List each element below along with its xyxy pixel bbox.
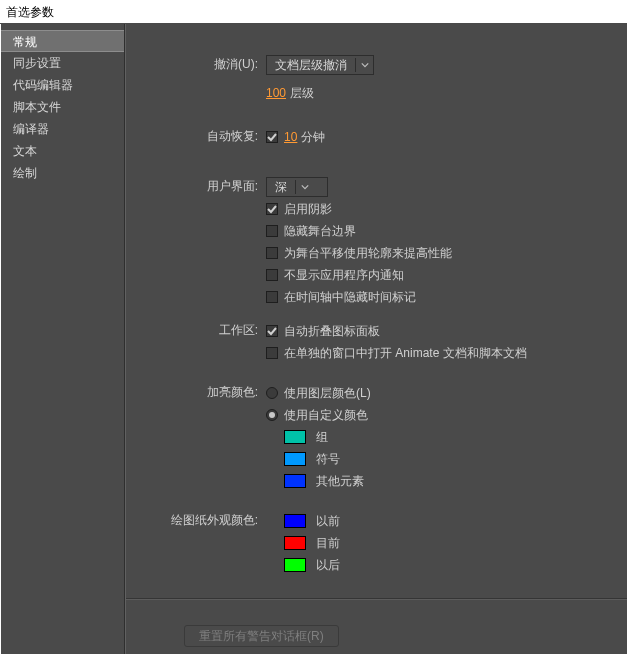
chevron-down-icon <box>355 58 369 72</box>
row-workspace: 工作区: 自动折叠图标面板 在单独的窗口中打开 Animate 文档和脚本文档 <box>136 320 617 364</box>
swatch-label: 组 <box>316 429 328 446</box>
ui-checkbox-hide-inapp-notif[interactable] <box>266 269 278 281</box>
sidebar: 常规 同步设置 代码编辑器 脚本文件 编译器 文本 绘制 <box>1 24 125 654</box>
ui-checkbox-hide-time-markers[interactable] <box>266 291 278 303</box>
sidebar-item-code-editor[interactable]: 代码编辑器 <box>1 74 124 96</box>
highlight-swatch-group[interactable] <box>284 430 306 444</box>
reset-warnings-button: 重置所有警告对话框(R) <box>184 625 339 647</box>
undo-label: 撤消(U): <box>136 54 266 74</box>
row-autorecover: 自动恢复: 10 分钟 <box>136 126 617 148</box>
sidebar-item-label: 编译器 <box>13 122 49 136</box>
window-body: 常规 同步设置 代码编辑器 脚本文件 编译器 文本 绘制 撤消(U): 文档层级… <box>1 24 627 654</box>
highlight-radio-custom[interactable] <box>266 409 278 421</box>
sidebar-item-label: 代码编辑器 <box>13 78 73 92</box>
sidebar-item-label: 文本 <box>13 144 37 158</box>
undo-dropdown-value: 文档层级撤消 <box>275 57 347 74</box>
sidebar-item-sync[interactable]: 同步设置 <box>1 52 124 74</box>
sidebar-item-drawing[interactable]: 绘制 <box>1 162 124 184</box>
ui-theme-dropdown[interactable]: 深 <box>266 177 328 197</box>
sidebar-item-label: 同步设置 <box>13 56 61 70</box>
row-highlight: 加亮颜色: 使用图层颜色(L) 使用自定义颜色 组 <box>136 382 617 492</box>
highlight-radio-layer[interactable] <box>266 387 278 399</box>
ui-checkbox-label: 不显示应用程序内通知 <box>284 267 404 284</box>
reset-warnings-label: 重置所有警告对话框(R) <box>199 629 324 643</box>
preferences-window: 首选参数 常规 同步设置 代码编辑器 脚本文件 编译器 文本 绘制 撤消(U):… <box>0 0 627 654</box>
sidebar-item-general[interactable]: 常规 <box>1 30 124 52</box>
onion-swatch-before[interactable] <box>284 514 306 528</box>
ui-checkbox-label: 在时间轴中隐藏时间标记 <box>284 289 416 306</box>
window-titlebar: 首选参数 <box>0 0 627 24</box>
chevron-down-icon <box>295 180 309 194</box>
undo-levels-unit: 层级 <box>290 85 314 102</box>
autorecover-label: 自动恢复: <box>136 126 266 146</box>
autorecover-value-input[interactable]: 10 <box>284 130 297 144</box>
sidebar-item-label: 绘制 <box>13 166 37 180</box>
highlight-swatch-symbol[interactable] <box>284 452 306 466</box>
sidebar-item-label: 脚本文件 <box>13 100 61 114</box>
ui-checkbox-label: 隐藏舞台边界 <box>284 223 356 240</box>
workspace-checkbox-autocollapse[interactable] <box>266 325 278 337</box>
workspace-checkbox-label: 在单独的窗口中打开 Animate 文档和脚本文档 <box>284 345 527 362</box>
sidebar-item-script-files[interactable]: 脚本文件 <box>1 96 124 118</box>
onion-swatch-after[interactable] <box>284 558 306 572</box>
swatch-label: 以前 <box>316 513 340 530</box>
ui-checkbox-hide-stage-border[interactable] <box>266 225 278 237</box>
ui-checkbox-pan-outline[interactable] <box>266 247 278 259</box>
swatch-label: 其他元素 <box>316 473 364 490</box>
ui-checkbox-label: 启用阴影 <box>284 201 332 218</box>
autorecover-checkbox[interactable] <box>266 131 278 143</box>
autorecover-unit: 分钟 <box>301 129 325 146</box>
highlight-radio-label: 使用图层颜色(L) <box>284 385 371 402</box>
workspace-label: 工作区: <box>136 320 266 340</box>
sidebar-item-text[interactable]: 文本 <box>1 140 124 162</box>
row-onion: 绘图纸外观颜色: 以前 目前 以后 <box>136 510 617 576</box>
row-undo: 撤消(U): 文档层级撤消 100 层级 <box>136 54 617 104</box>
sidebar-item-label: 常规 <box>13 35 37 49</box>
workspace-checkbox-label: 自动折叠图标面板 <box>284 323 380 340</box>
workspace-checkbox-separate-window[interactable] <box>266 347 278 359</box>
row-ui: 用户界面: 深 启用阴影 <box>136 176 617 308</box>
highlight-radio-label: 使用自定义颜色 <box>284 407 368 424</box>
sidebar-item-compiler[interactable]: 编译器 <box>1 118 124 140</box>
highlight-label: 加亮颜色: <box>136 382 266 402</box>
onion-label: 绘图纸外观颜色: <box>136 510 266 530</box>
window-title: 首选参数 <box>6 5 54 19</box>
undo-dropdown[interactable]: 文档层级撤消 <box>266 55 374 75</box>
section-separator <box>126 599 627 600</box>
ui-checkbox-shadow[interactable] <box>266 203 278 215</box>
ui-checkbox-label: 为舞台平移使用轮廓来提高性能 <box>284 245 452 262</box>
undo-levels-input[interactable]: 100 <box>266 86 286 100</box>
ui-theme-value: 深 <box>275 179 287 196</box>
main-panel: 撤消(U): 文档层级撤消 100 层级 <box>125 24 627 654</box>
onion-swatch-current[interactable] <box>284 536 306 550</box>
swatch-label: 目前 <box>316 535 340 552</box>
swatch-label: 以后 <box>316 557 340 574</box>
highlight-swatch-other[interactable] <box>284 474 306 488</box>
swatch-label: 符号 <box>316 451 340 468</box>
ui-label: 用户界面: <box>136 176 266 196</box>
